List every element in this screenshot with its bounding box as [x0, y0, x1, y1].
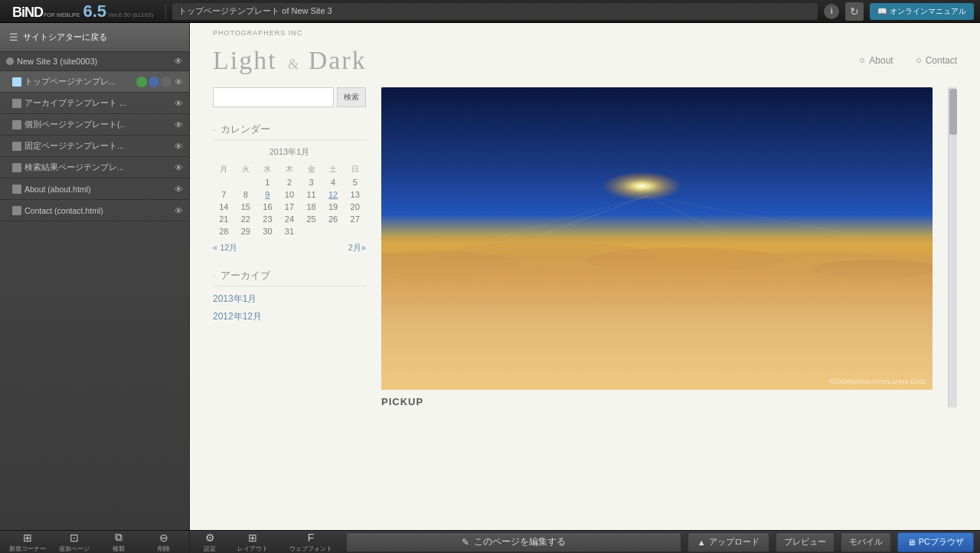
cal-cell: 23 [256, 213, 279, 225]
cal-cell: 11 [300, 188, 322, 201]
online-manual-button[interactable]: 📖 オンラインマニュアル [870, 3, 974, 20]
book-icon: 📖 [877, 7, 887, 15]
svg-point-3 [381, 250, 519, 275]
hero-image [381, 87, 933, 390]
site-item[interactable]: New Site 3 (site0003) 👁 [0, 52, 189, 71]
search-input[interactable] [213, 87, 334, 107]
new-corner-button[interactable]: ⊞ 新規コーナー [3, 530, 52, 554]
page-eye-icon7[interactable]: 👁 [175, 206, 183, 215]
info-button[interactable]: ℹ [824, 4, 839, 19]
upload-icon: ▲ [697, 538, 706, 547]
page-item-individual[interactable]: 個別ページテンプレート(.. 👁 [0, 114, 189, 136]
left-toolbar: ⊞ 新規コーナー ⊡ 追加ページ ⧉ 複製 ⊖ 削除 [0, 531, 190, 553]
webfont-label: ウェブフォント [289, 545, 332, 553]
site-name-label: New Site 3 (site0003) [17, 57, 171, 66]
page-item-fixed[interactable]: 固定ページテンプレート... 👁 [0, 136, 189, 157]
pc-browser-label: PCブラウザ [919, 536, 964, 548]
page-label-search: 検索結果ページテンプレ... [24, 162, 172, 173]
page-icon [12, 120, 21, 129]
divider [165, 4, 166, 19]
page-item-about[interactable]: About (about.html) 👁 [0, 178, 189, 200]
page-eye-icon3[interactable]: 👁 [175, 120, 183, 129]
mobile-button[interactable]: モバイル [841, 532, 891, 552]
info-icon: ℹ [830, 6, 833, 16]
app-name-text: BiND [12, 5, 43, 21]
delete-button[interactable]: ⊖ 削除 [142, 530, 186, 554]
version-number: 6.5 [83, 2, 106, 21]
page-icon [12, 163, 21, 172]
contact-nav-link[interactable]: Contact [916, 55, 957, 66]
page-item-top[interactable]: トップページテンプレ... 👁 [0, 71, 189, 93]
visibility-icon[interactable]: 👁 [174, 56, 183, 67]
site-status-dot [6, 57, 14, 65]
cal-header-row: 月 火 水 木 金 土 日 [213, 162, 366, 176]
cal-cell [322, 225, 345, 237]
site-content: ©iStockphoto.com/Larysa Dodz PICKUP [381, 87, 933, 407]
page-item-search[interactable]: 検索結果ページテンプレ... 👁 [0, 157, 189, 178]
upload-label: アップロード [709, 536, 760, 548]
cal-cell: 31 [279, 225, 301, 237]
page-eye-icon4[interactable]: 👁 [175, 142, 183, 151]
cal-cell: 7 [213, 188, 235, 201]
page-eye-icon2[interactable]: 👁 [175, 99, 183, 108]
cal-cell-link-12[interactable]: 12 [322, 188, 345, 201]
archive-link-jan2013[interactable]: 2013年1月 [213, 293, 366, 306]
back-to-theater-button[interactable]: ☰ サイトシアターに戻る [0, 23, 189, 52]
blue-dot[interactable] [149, 77, 159, 87]
for-weblife-text: FOR WEBLIFE [44, 12, 80, 18]
preview-button[interactable]: プレビュー [776, 532, 835, 552]
bottom-toolbar: ⊞ 新規コーナー ⊡ 追加ページ ⧉ 複製 ⊖ 削除 ⚙ 設定 ⊞ レイアウト … [0, 530, 980, 553]
edit-page-button[interactable]: ✎ このページを編集する [346, 532, 681, 552]
page-icon [12, 185, 21, 194]
page-title-bar: トップページテンプレート of New Site 3 [172, 3, 818, 20]
page-icon-active [12, 77, 21, 87]
copy-button[interactable]: ⧉ 複製 [96, 529, 141, 553]
archive-title-label: アーカイブ [220, 269, 270, 283]
gray-dot[interactable] [161, 77, 172, 87]
cal-cell: 13 [344, 188, 366, 201]
preview-frame: Photographers Inc Light & Dark About Con… [190, 23, 980, 530]
cal-cell: 15 [235, 201, 257, 213]
cal-cell: 27 [344, 213, 366, 225]
cal-next-link[interactable]: 2月» [348, 242, 366, 254]
cal-cell [300, 225, 322, 237]
pc-browser-button[interactable]: 🖥 PCブラウザ [897, 532, 974, 552]
scrollbar[interactable] [948, 87, 957, 407]
cal-cell-link-9[interactable]: 9 [256, 188, 279, 201]
refresh-button[interactable]: ↻ [845, 2, 864, 21]
settings-button[interactable]: ⚙ 設定 [196, 530, 224, 554]
page-item-archive[interactable]: アーカイブテンプレート ... 👁 [0, 93, 189, 114]
cal-cell: 30 [256, 225, 279, 237]
search-button[interactable]: 検索 [337, 87, 366, 107]
add-page-button[interactable]: ⊡ 追加ページ [52, 530, 96, 554]
new-corner-label: 新規コーナー [9, 545, 46, 553]
logo-light: Light [213, 46, 277, 74]
page-eye-icon6[interactable]: 👁 [175, 185, 183, 194]
page-item-contact[interactable]: Contact (contact.html) 👁 [0, 200, 189, 221]
archive-link-dec2012[interactable]: 2012年12月 [213, 310, 366, 323]
layout-icon: ⊞ [248, 532, 257, 544]
settings-icon: ⚙ [205, 532, 215, 544]
layout-button[interactable]: ⊞ レイアウト [230, 530, 276, 554]
scrollbar-thumb[interactable] [949, 89, 957, 135]
cal-row-1: 1 2 3 4 5 [213, 176, 366, 188]
cal-prev-link[interactable]: « 12月 [213, 242, 237, 254]
svg-point-5 [585, 247, 783, 272]
cal-day-sat: 土 [322, 162, 345, 176]
about-nav-link[interactable]: About [860, 55, 893, 66]
layout-label: レイアウト [237, 545, 268, 553]
refresh-icon: ↻ [850, 5, 859, 18]
copy-label: 複製 [113, 545, 125, 553]
mobile-label: モバイル [849, 536, 883, 548]
webfont-button[interactable]: F ウェブフォント [282, 530, 340, 554]
logo-amp: & [288, 57, 305, 72]
pickup-label: PICKUP [381, 396, 933, 407]
page-eye-icon[interactable]: 👁 [175, 77, 183, 87]
build-number: Ver.6.50 (b1163) [108, 11, 153, 18]
upload-button[interactable]: ▲ アップロード [688, 532, 769, 552]
app-logo: BiND FOR WEBLIFE 6.5 Ver.6.50 (b1163) [6, 2, 159, 21]
page-eye-icon5[interactable]: 👁 [175, 163, 183, 172]
green-dot[interactable] [136, 77, 147, 87]
cal-cell: 4 [322, 176, 345, 188]
svg-rect-0 [381, 87, 933, 390]
